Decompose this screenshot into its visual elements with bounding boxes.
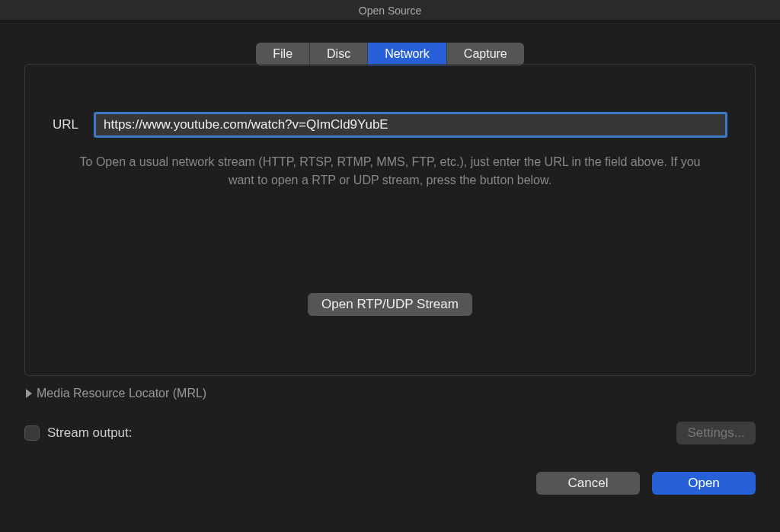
- window-title: Open Source: [359, 5, 422, 17]
- open-button[interactable]: Open: [652, 472, 756, 495]
- footer-buttons: Cancel Open: [24, 472, 756, 495]
- tabbar: File Disc Network Capture: [24, 43, 756, 65]
- tab-capture[interactable]: Capture: [447, 43, 524, 65]
- titlebar: Open Source: [0, 0, 780, 21]
- tab-network[interactable]: Network: [368, 43, 447, 65]
- url-label: URL: [53, 117, 83, 132]
- stream-output-row: Stream output: Settings...: [24, 422, 756, 444]
- url-input[interactable]: [94, 112, 727, 138]
- stream-output-label: Stream output:: [47, 425, 133, 441]
- stream-output-checkbox[interactable]: [24, 425, 40, 441]
- tabbar-inner: File Disc Network Capture: [256, 43, 524, 65]
- url-row: URL: [53, 112, 727, 138]
- network-panel: URL To Open a usual network stream (HTTP…: [24, 64, 756, 376]
- cancel-button[interactable]: Cancel: [536, 472, 640, 495]
- mrl-label: Media Resource Locator (MRL): [37, 387, 206, 400]
- mrl-disclosure[interactable]: Media Resource Locator (MRL): [24, 387, 756, 400]
- disclosure-triangle-icon: [26, 389, 32, 398]
- help-text: To Open a usual network stream (HTTP, RT…: [53, 153, 727, 190]
- dialog-content: File Disc Network Capture URL To Open a …: [0, 21, 780, 507]
- tab-disc[interactable]: Disc: [310, 43, 368, 65]
- open-rtp-udp-button[interactable]: Open RTP/UDP Stream: [308, 293, 472, 316]
- tab-file[interactable]: File: [256, 43, 310, 65]
- settings-button: Settings...: [676, 422, 756, 444]
